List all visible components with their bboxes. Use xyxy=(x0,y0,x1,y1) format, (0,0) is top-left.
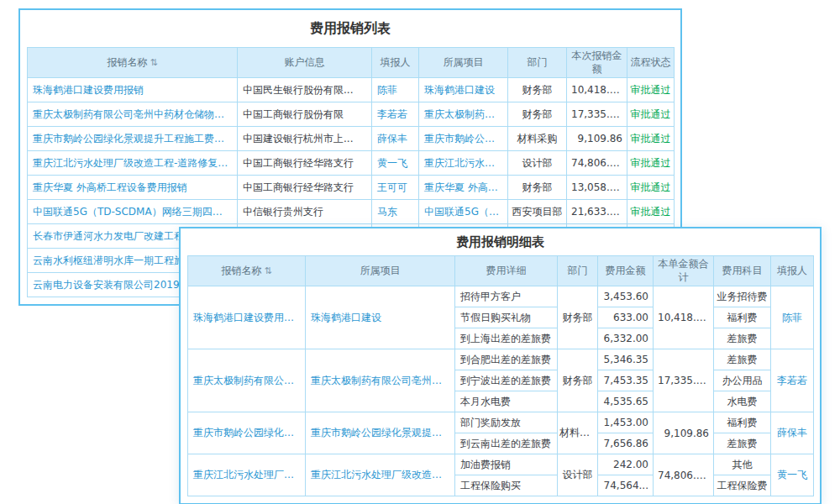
reimburse-name-link[interactable]: 重庆太极制药有限公司亳州中药材仓储物流基地项... xyxy=(28,102,238,127)
account-cell: 中国工商银行经华路支行 xyxy=(238,176,372,200)
expense-detail-cell: 到宁波出差的差旅费 xyxy=(455,370,558,391)
col-header-project: 所属项目 xyxy=(306,256,455,286)
reporter-link[interactable]: 马东 xyxy=(372,200,419,224)
reporter-link[interactable]: 黄一飞 xyxy=(372,151,419,176)
col-header-total: 本单金额合计 xyxy=(654,256,714,286)
dept-cell: 材料采购 xyxy=(558,412,598,454)
table-row: 重庆太极制药有限公司亳州中药材仓储物流基地项目费用报销 重庆太极制药有限公司亳州… xyxy=(188,349,814,370)
col-header-reporter: 填报人 xyxy=(372,48,419,78)
dept-cell: 西安项目部 xyxy=(508,200,567,224)
table-row: 珠海鹤港口建设费用报销 中国民生银行股份有限... 陈菲 珠海鹤港口建设 财务部… xyxy=(28,78,675,102)
col-header-name-label: 报销名称 xyxy=(221,265,261,276)
dept-cell: 财务部 xyxy=(508,176,567,200)
reimburse-name-link[interactable]: 重庆华夏 外高桥工程设备费用报销 xyxy=(28,176,238,200)
expense-detail-cell: 本月水电费 xyxy=(455,391,558,412)
reporter-link[interactable]: 薛保丰 xyxy=(372,127,419,151)
amount-cell: 21,633.00 xyxy=(567,200,627,224)
dept-cell: 材料采购 xyxy=(508,127,567,151)
project-link[interactable]: 珠海鹤港口建设 xyxy=(419,78,508,102)
total-amount-cell: 74,806.00 xyxy=(654,454,714,496)
total-amount-cell: 17,335.35 xyxy=(654,349,714,412)
table-row: 重庆太极制药有限公司亳州中药材仓储物流基地项... 中国工商银行股份有限 李若若… xyxy=(28,102,675,127)
account-cell: 中国工商银行经华路支行 xyxy=(238,151,372,176)
expense-detail-panel: 费用报销明细表 报销名称⇅ 所属项目 费用详细 部门 费用金额 本单金额合计 费… xyxy=(179,227,822,504)
expense-subject-cell: 工程保险费 xyxy=(714,475,771,496)
expense-detail-cell: 部门奖励发放 xyxy=(455,412,558,433)
expense-detail-cell: 加油费报销 xyxy=(455,454,558,475)
amount-cell: 10,418.60 xyxy=(567,78,627,102)
reporter-link[interactable]: 李若若 xyxy=(372,102,419,127)
col-header-reporter: 填报人 xyxy=(771,256,814,286)
expense-amount-cell: 5,346.35 xyxy=(598,349,654,370)
expense-amount-cell: 74,564... xyxy=(598,475,654,496)
project-link[interactable]: 珠海鹤港口建设 xyxy=(306,286,455,349)
expense-amount-cell: 6,332.00 xyxy=(598,328,654,349)
account-cell: 中信银行贵州支行 xyxy=(238,200,372,224)
header-row: 报销名称⇅ 账户信息 填报人 所属项目 部门 本次报销金额 流程状态 xyxy=(28,48,675,78)
project-link[interactable]: 重庆江北污水处理厂级改造工... xyxy=(419,151,508,176)
account-cell: 中国民生银行股份有限... xyxy=(238,78,372,102)
account-cell: 中国建设银行杭州市上... xyxy=(238,127,372,151)
reporter-link[interactable]: 黄一飞 xyxy=(771,454,814,496)
expense-subject-cell: 福利费 xyxy=(714,412,771,433)
project-link[interactable]: 重庆太极制药有限公司亳州中... xyxy=(419,102,508,127)
col-header-dept: 部门 xyxy=(508,48,567,78)
reimburse-name-link[interactable]: 重庆市鹅岭公园绿化景观提升工程施工费用报销 xyxy=(188,412,306,454)
expense-subject-cell: 差旅费 xyxy=(714,328,771,349)
status-cell: 审批通过 xyxy=(627,151,675,176)
account-cell: 中国工商银行股份有限 xyxy=(238,102,372,127)
project-link[interactable]: 中国联通5G（TD-SCDMA）网... xyxy=(419,200,508,224)
total-amount-cell: 9,109.86 xyxy=(654,412,714,454)
col-header-amount: 费用金额 xyxy=(598,256,654,286)
expense-subject-cell: 水电费 xyxy=(714,391,771,412)
amount-cell: 13,058.45 xyxy=(567,176,627,200)
reporter-link[interactable]: 王可可 xyxy=(372,176,419,200)
dept-cell: 设计部 xyxy=(558,454,598,496)
reimburse-name-link[interactable]: 重庆江北污水处理厂级改造工程-道路修复工程费用报销 xyxy=(188,454,306,496)
expense-amount-cell: 7,453.35 xyxy=(598,370,654,391)
amount-cell: 9,109.86 xyxy=(567,127,627,151)
col-header-name: 报销名称⇅ xyxy=(28,48,238,78)
reimburse-name-link[interactable]: 重庆江北污水处理厂级改造工程-道路修复工程费用... xyxy=(28,151,238,176)
expense-subject-cell: 业务招待费 xyxy=(714,286,771,307)
expense-amount-cell: 3,453.60 xyxy=(598,286,654,307)
expense-amount-cell: 7,656.86 xyxy=(598,433,654,454)
reimburse-name-link[interactable]: 珠海鹤港口建设费用报销 xyxy=(28,78,238,102)
expense-amount-cell: 1,453.00 xyxy=(598,412,654,433)
project-link[interactable]: 重庆市鹅岭公园绿化景观提升... xyxy=(419,127,508,151)
expense-amount-cell: 242.00 xyxy=(598,454,654,475)
reimburse-name-link[interactable]: 重庆市鹅岭公园绿化景观提升工程施工费用报销 xyxy=(28,127,238,151)
reimburse-name-link[interactable]: 珠海鹤港口建设费用报销 xyxy=(188,286,306,349)
project-link[interactable]: 重庆江北污水处理厂级改造工程-道路修复工 xyxy=(306,454,455,496)
expense-subject-cell: 差旅费 xyxy=(714,349,771,370)
col-header-subject: 费用科目 xyxy=(714,256,771,286)
table-row: 重庆江北污水处理厂级改造工程-道路修复工程费用... 中国工商银行经华路支行 黄… xyxy=(28,151,675,176)
reimburse-name-link[interactable]: 中国联通5G（TD-SCDMA）网络三期四川工程费... xyxy=(28,200,238,224)
expense-detail-cell: 节假日购买礼物 xyxy=(455,307,558,328)
reporter-link[interactable]: 李若若 xyxy=(771,349,814,412)
project-link[interactable]: 重庆太极制药有限公司亳州中药材仓储物流... xyxy=(306,349,455,412)
status-cell: 审批通过 xyxy=(627,78,675,102)
expense-detail-cell: 到合肥出差的差旅费 xyxy=(455,349,558,370)
dept-cell: 财务部 xyxy=(558,286,598,349)
col-header-status: 流程状态 xyxy=(627,48,675,78)
reporter-link[interactable]: 薛保丰 xyxy=(771,412,814,454)
dept-cell: 财务部 xyxy=(508,102,567,127)
expense-detail-title: 费用报销明细表 xyxy=(187,228,813,255)
expense-detail-cell: 招待甲方客户 xyxy=(455,286,558,307)
sort-icon[interactable]: ⇅ xyxy=(264,265,271,277)
table-row: 中国联通5G（TD-SCDMA）网络三期四川工程费... 中信银行贵州支行 马东… xyxy=(28,200,675,224)
reporter-link[interactable]: 陈菲 xyxy=(372,78,419,102)
total-amount-cell: 10,418.60 xyxy=(654,286,714,349)
reimburse-name-link[interactable]: 重庆太极制药有限公司亳州中药材仓储物流基地项目费用报销 xyxy=(188,349,306,412)
project-link[interactable]: 重庆华夏 外高桥工程设备 xyxy=(419,176,508,200)
expense-amount-cell: 4,535.65 xyxy=(598,391,654,412)
project-link[interactable]: 重庆市鹅岭公园绿化景观提升工程施工 xyxy=(306,412,455,454)
sort-icon[interactable]: ⇅ xyxy=(150,57,157,69)
col-header-project: 所属项目 xyxy=(419,48,508,78)
table-row: 珠海鹤港口建设费用报销 珠海鹤港口建设 招待甲方客户 财务部 3,453.60 … xyxy=(188,286,814,307)
reporter-link[interactable]: 陈菲 xyxy=(771,286,814,349)
expense-subject-cell: 差旅费 xyxy=(714,433,771,454)
expense-list-title: 费用报销列表 xyxy=(27,10,674,47)
expense-detail-cell: 到上海出差的差旅费 xyxy=(455,328,558,349)
